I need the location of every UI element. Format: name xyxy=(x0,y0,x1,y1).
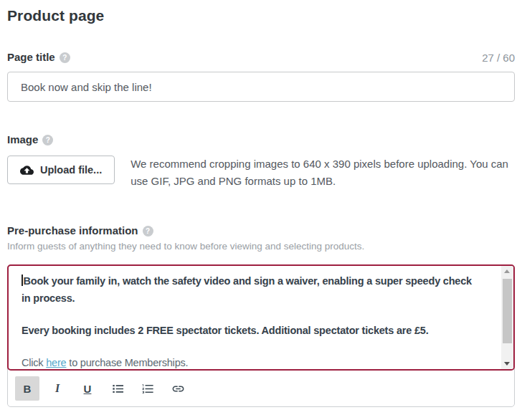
page-title-field-label: Page title xyxy=(7,51,55,63)
editor-scrollbar[interactable] xyxy=(501,266,513,369)
editor-toolbar: B I U xyxy=(8,371,514,406)
insert-link-button[interactable] xyxy=(166,376,190,401)
numbered-list-button[interactable] xyxy=(136,376,160,401)
italic-button[interactable]: I xyxy=(45,376,70,401)
image-label-group: Image? xyxy=(7,133,515,146)
editor-content: Book your family in, watch the safety vi… xyxy=(9,266,513,371)
underline-button[interactable]: U xyxy=(75,376,100,401)
help-icon[interactable]: ? xyxy=(42,135,53,145)
pre-purchase-description: Inform guests of anything they need to k… xyxy=(7,241,515,252)
bulleted-list-button[interactable] xyxy=(105,376,130,401)
help-icon[interactable]: ? xyxy=(60,52,70,63)
upload-help-text: We recommend cropping images to 640 x 39… xyxy=(130,156,515,190)
cloud-upload-icon xyxy=(20,163,34,177)
rich-text-editor: Book your family in, watch the safety vi… xyxy=(7,264,515,407)
upload-file-button[interactable]: Upload file... xyxy=(7,156,115,184)
editor-paragraph-text: Book your family in, watch the safety vi… xyxy=(22,275,472,304)
page-title-input[interactable] xyxy=(7,72,515,102)
help-icon[interactable]: ? xyxy=(143,226,153,237)
editor-paragraph: Book your family in, watch the safety vi… xyxy=(22,272,480,307)
image-field-label: Image xyxy=(7,133,38,145)
upload-file-label: Upload file... xyxy=(40,164,102,176)
text-caret xyxy=(22,275,23,286)
bulleted-list-icon xyxy=(111,382,125,396)
bold-button[interactable]: B xyxy=(15,376,39,401)
upload-row: Upload file... We recommend cropping ima… xyxy=(7,156,515,190)
pre-purchase-field-label: Pre-purchase information xyxy=(7,224,138,237)
character-counter: 27 / 60 xyxy=(482,52,515,64)
scrollbar-thumb[interactable] xyxy=(503,279,512,343)
scroll-up-arrow-icon[interactable] xyxy=(501,266,513,277)
page-title-label-group: Page title? xyxy=(7,51,70,64)
numbered-list-icon xyxy=(141,382,155,396)
image-section: Image? Upload file... We recommend cropp… xyxy=(7,133,515,190)
editor-paragraph: Click here to purchase Memberships. xyxy=(22,354,480,371)
memberships-link[interactable]: here xyxy=(46,357,66,368)
link-icon xyxy=(171,382,185,396)
editor-paragraph: Every booking includes 2 FREE spectator … xyxy=(22,322,480,339)
scroll-down-arrow-icon[interactable] xyxy=(501,358,513,369)
product-page-settings: Product page Page title? 27 / 60 Image? … xyxy=(0,0,522,420)
editor-paragraph-text: Click xyxy=(22,357,46,368)
editor-text-area[interactable]: Book your family in, watch the safety vi… xyxy=(7,264,515,371)
pre-purchase-section: Pre-purchase information? Inform guests … xyxy=(7,224,515,407)
pre-purchase-label-group: Pre-purchase information? xyxy=(7,224,515,237)
page-title-field-header: Page title? 27 / 60 xyxy=(7,51,515,64)
editor-paragraph-text: to purchase Memberships. xyxy=(66,357,188,368)
page-title: Product page xyxy=(7,7,515,24)
